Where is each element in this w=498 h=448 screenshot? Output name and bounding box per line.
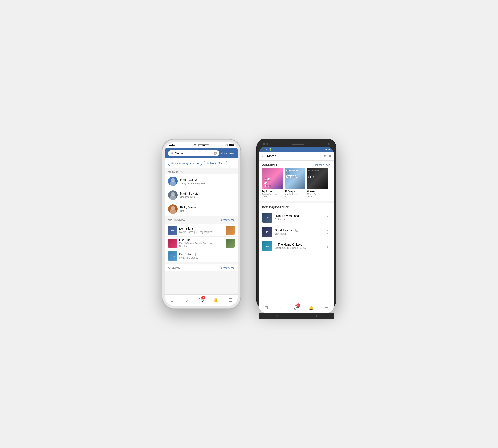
back-arrow-icon[interactable]: ← <box>262 154 265 158</box>
track-thumb-livin: RM <box>262 213 272 223</box>
iphone-frame: ▲ 12:30 🎧 🔍 Martin <box>163 140 240 308</box>
artist-info-solveig: Martin Solveig Электроника <box>180 192 199 198</box>
clear-button[interactable]: ✕ <box>214 152 217 155</box>
signal-bar-2 <box>170 145 171 146</box>
android-cameras <box>263 143 268 145</box>
track-more-btn-2[interactable]: ··· <box>219 240 223 246</box>
track-info-do-it-right: Do It Right Martin Solveig & Tkay Maidza <box>179 227 217 234</box>
artist-item-ricky[interactable]: Ricky Martin Поп <box>165 202 238 216</box>
android-nav-feed[interactable]: ⊡ <box>259 302 274 313</box>
feed-icon: ⊡ <box>170 298 174 303</box>
android-albums-show-all[interactable]: Показать все <box>314 163 330 167</box>
ios-scroll-area[interactable]: МУЗЫКАНТЫ Martin Garrix <box>165 168 238 294</box>
android-back-btn[interactable]: ◁ <box>276 314 278 318</box>
album-card-my-love[interactable]: MARTINSOLVEIG MYLOVE My Love Martin Solv… <box>262 168 283 198</box>
android-frame: 🎧 ▲ 🔋 12:30 ← Martin ⚙ ✕ <box>257 139 336 309</box>
avatar-body-3 <box>170 209 176 214</box>
album-card-16-steps[interactable]: MARTIN JENSEN 16STEPS 16 Steps Martin Je… <box>285 168 305 198</box>
ios-status-icons: ▲ <box>173 144 175 147</box>
track-thumb-cry-baby: CRYBABY <box>168 251 177 260</box>
android-top-bar <box>259 141 334 147</box>
ios-right-status: 🎧 <box>225 144 234 147</box>
artist-list: Martin Garrix Танцевальная музыка <box>165 175 238 216</box>
headphones-icon: 🎧 <box>225 144 228 147</box>
my-music-section-header: МОЯ МУЗЫКА Показать все <box>165 216 238 222</box>
android-track-more-2[interactable]: ⋮ <box>325 229 330 235</box>
ios-search-input-wrap[interactable]: 🔍 Martin ✕ <box>168 150 219 156</box>
scene: ▲ 12:30 🎧 🔍 Martin <box>163 139 336 309</box>
close-icon[interactable]: ✕ <box>329 154 331 158</box>
search-input-text[interactable]: Martin <box>175 152 210 155</box>
search-nav-icon: ⌕ <box>185 298 188 303</box>
suggestion-musicians[interactable]: 🔍 Martin по музыкантам <box>168 160 202 166</box>
ios-nav-menu[interactable]: ☰ <box>223 294 238 306</box>
album-card-ocean[interactable]: MARTIN GARRIX O.C. Ocean Martin Garr... … <box>307 168 328 198</box>
ios-suggestions: 🔍 Martin по музыкантам 🔍 Martin Garrix <box>165 159 238 168</box>
messages-badge: 18 <box>201 296 205 300</box>
artist-item-garrix[interactable]: Martin Garrix Танцевальная музыка <box>165 175 238 188</box>
artist-item-solveig[interactable]: Martin Solveig Электроника <box>165 188 238 202</box>
musicians-section-header: МУЗЫКАНТЫ <box>165 168 238 175</box>
suggestion-garrix[interactable]: 🔍 Martin Garrix <box>204 160 227 166</box>
track-thumb-good-together: GT <box>262 227 272 237</box>
explicit-badge-ios: E <box>193 253 196 256</box>
ios-nav-notifications[interactable]: 🔔 <box>209 294 223 306</box>
android-track-good-together[interactable]: GT Good Together E Shy Martin ⋮ <box>259 225 334 239</box>
track-thumb-right-1 <box>226 226 235 235</box>
track-more-btn-1[interactable]: ··· <box>219 227 223 233</box>
iphone-speaker <box>198 144 209 145</box>
ios-nav-search[interactable]: ⌕ <box>180 294 194 306</box>
album-cover-ocean: MARTIN GARRIX O.C. <box>307 168 328 189</box>
android-status-bar: 🎧 ▲ 🔋 12:30 <box>259 147 334 152</box>
android-track-in-the-name[interactable]: MG In The Name Of Love Martin Garrix & B… <box>259 239 334 254</box>
android-battery-icon: 🔋 <box>269 148 272 151</box>
android-menu-icon: ☰ <box>324 305 328 310</box>
avatar-body-2 <box>170 195 176 200</box>
android-track-more-1[interactable]: ⋮ <box>325 214 330 221</box>
filter-icon[interactable]: ⚙ <box>323 154 326 158</box>
android-nav-search[interactable]: ⌕ <box>274 302 289 313</box>
android-bottom-nav: ⊡ ⌕ 💬 18 🔔 ☰ <box>259 302 334 313</box>
android-albums-header: АЛЬБОМЫ Показать все <box>259 160 334 168</box>
android-search-input[interactable]: Martin <box>267 154 321 158</box>
avatar-body <box>170 181 176 186</box>
wifi-icon: ▲ <box>173 144 175 147</box>
cancel-button[interactable]: Отменить <box>221 152 235 155</box>
iphone-camera <box>194 144 196 146</box>
track-item-do-it-right[interactable]: MS Do It Right Martin Solveig & Tkay Mai… <box>165 224 238 237</box>
android-track-more-3[interactable]: ⋮ <box>325 243 330 249</box>
suggestion-search-icon-1: 🔍 <box>171 162 174 165</box>
android-feed-icon: ⊡ <box>265 305 268 310</box>
android-cam-1 <box>263 143 265 145</box>
my-music-show-all[interactable]: Показать все <box>219 219 234 222</box>
albums-section-header-ios: АЛЬБОМЫ Показать все <box>165 264 238 271</box>
ios-nav-feed[interactable]: ⊡ <box>165 294 180 306</box>
track-thumb-like-i-do: ♫ <box>168 239 177 248</box>
track-item-like-i-do[interactable]: ♫ Like I Do David Guetta, Martin Garrix … <box>165 237 238 250</box>
android-scroll-area[interactable]: АЛЬБОМЫ Показать все MARTINSOLVEIG MYLOV… <box>259 160 334 302</box>
album-cover-my-love: MARTINSOLVEIG MYLOVE <box>262 168 283 189</box>
android-home-btn[interactable]: ○ <box>296 314 297 318</box>
track-info-cry-baby: Cry Baby E Melanie Martinez <box>179 253 228 259</box>
albums-show-all-ios[interactable]: Показать все <box>219 267 234 270</box>
android-headphones-icon: 🎧 <box>262 148 265 151</box>
track-info-like-i-do: Like I Do David Guetta, Martin Garrix & … <box>179 238 217 248</box>
android-nav-notifications[interactable]: 🔔 <box>304 302 319 313</box>
android-sensor <box>328 143 330 145</box>
avatar-ricky <box>168 204 178 214</box>
divider-1 <box>259 201 334 203</box>
android-recents-btn[interactable]: □ <box>315 314 316 318</box>
artist-info-ricky: Ricky Martin Поп <box>180 206 196 212</box>
android-nav-messages[interactable]: 💬 18 <box>289 302 304 313</box>
android-nav-menu[interactable]: ☰ <box>319 302 334 313</box>
android-track-livin[interactable]: RM Livin' La Vida Loca Ricky Martin ⋮ <box>259 210 334 225</box>
ios-search-bar: 🔍 Martin ✕ Отменить <box>165 148 238 159</box>
ios-nav-messages[interactable]: 💬 18 <box>194 294 209 306</box>
signal-bar-3 <box>171 144 172 146</box>
track-more-btn-3[interactable]: ··· <box>230 253 234 259</box>
album-cover-16-steps: MARTIN JENSEN 16STEPS <box>285 168 305 189</box>
android-search-bar: ← Martin ⚙ ✕ <box>259 152 334 160</box>
android-track-info-in-the-name: In The Name Of Love Martin Garrix & Bebe… <box>275 243 322 250</box>
track-item-cry-baby[interactable]: CRYBABY Cry Baby E Melanie Martinez ·· <box>165 250 238 262</box>
avatar-solveig <box>168 191 178 200</box>
